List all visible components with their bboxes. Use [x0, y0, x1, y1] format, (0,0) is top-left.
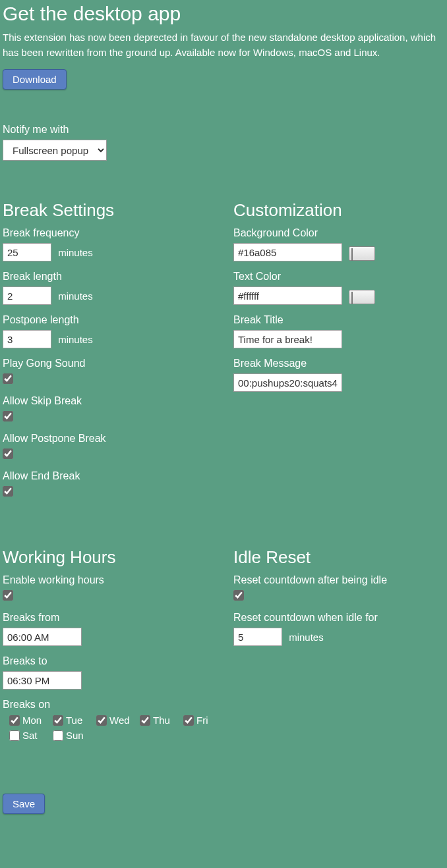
- break-frequency-input[interactable]: [3, 243, 51, 261]
- day-fri-checkbox[interactable]: [183, 715, 194, 726]
- day-sat-checkbox[interactable]: [9, 730, 20, 741]
- bg-color-input[interactable]: [233, 243, 342, 261]
- idle-reset-heading: Idle Reset: [233, 547, 447, 568]
- idle-when-label: Reset countdown when idle for: [233, 612, 447, 624]
- postpone-length-unit: minutes: [58, 334, 93, 345]
- text-color-swatch[interactable]: [349, 290, 375, 304]
- day-wed-checkbox[interactable]: [96, 715, 107, 726]
- idle-enable-label: Reset countdown after being idle: [233, 574, 447, 586]
- notify-select[interactable]: Fullscreen popup: [3, 140, 107, 161]
- text-color-label: Text Color: [233, 271, 447, 283]
- play-gong-checkbox[interactable]: [3, 373, 13, 384]
- download-button[interactable]: Download: [3, 69, 67, 90]
- day-tue-label: Tue: [66, 715, 82, 726]
- allow-skip-checkbox[interactable]: [3, 411, 13, 421]
- day-sun-checkbox[interactable]: [53, 730, 63, 741]
- breaks-to-input[interactable]: [3, 671, 82, 690]
- breaks-to-label: Breaks to: [3, 655, 233, 667]
- day-mon-checkbox[interactable]: [9, 715, 20, 726]
- break-title-label: Break Title: [233, 314, 447, 326]
- break-length-label: Break length: [3, 271, 233, 283]
- enable-working-hours-checkbox[interactable]: [3, 590, 13, 601]
- day-wed-label: Wed: [109, 715, 130, 726]
- break-length-unit: minutes: [58, 290, 93, 302]
- postpone-length-label: Postpone length: [3, 314, 233, 326]
- break-frequency-label: Break frequency: [3, 227, 233, 239]
- bg-color-label: Background Color: [233, 227, 447, 239]
- idle-enable-checkbox[interactable]: [233, 590, 244, 601]
- allow-end-label: Allow End Break: [3, 470, 233, 482]
- idle-when-input[interactable]: [233, 628, 282, 646]
- day-sun-label: Sun: [66, 730, 84, 741]
- day-thu-label: Thu: [153, 715, 170, 726]
- breaks-on-label: Breaks on: [3, 699, 233, 711]
- days-group: Mon Tue Wed Thu Fri Sat Sun: [3, 715, 233, 745]
- break-message-input[interactable]: [233, 373, 342, 392]
- save-button[interactable]: Save: [3, 794, 45, 814]
- text-color-input[interactable]: [233, 286, 342, 305]
- allow-postpone-label: Allow Postpone Break: [3, 433, 233, 445]
- working-hours-heading: Working Hours: [3, 547, 233, 568]
- notify-label: Notify me with: [3, 124, 444, 136]
- allow-skip-label: Allow Skip Break: [3, 395, 233, 407]
- promo-title: Get the desktop app: [3, 3, 444, 25]
- breaks-from-input[interactable]: [3, 628, 82, 646]
- day-thu-checkbox[interactable]: [140, 715, 150, 726]
- customization-heading: Customization: [233, 200, 447, 221]
- break-settings-heading: Break Settings: [3, 200, 233, 221]
- breaks-from-label: Breaks from: [3, 612, 233, 624]
- day-mon-label: Mon: [22, 715, 42, 726]
- break-frequency-unit: minutes: [58, 247, 93, 258]
- break-title-input[interactable]: [233, 330, 342, 348]
- break-message-label: Break Message: [233, 358, 447, 369]
- postpone-length-input[interactable]: [3, 330, 51, 348]
- bg-color-swatch[interactable]: [349, 246, 375, 261]
- idle-when-unit: minutes: [289, 632, 324, 643]
- enable-working-hours-label: Enable working hours: [3, 574, 233, 586]
- play-gong-label: Play Gong Sound: [3, 358, 233, 369]
- promo-desc: This extension has now been deprected in…: [3, 30, 444, 60]
- day-sat-label: Sat: [22, 730, 38, 741]
- day-fri-label: Fri: [196, 715, 208, 726]
- day-tue-checkbox[interactable]: [53, 715, 63, 726]
- break-length-input[interactable]: [3, 286, 51, 305]
- allow-postpone-checkbox[interactable]: [3, 448, 13, 459]
- allow-end-checkbox[interactable]: [3, 486, 13, 497]
